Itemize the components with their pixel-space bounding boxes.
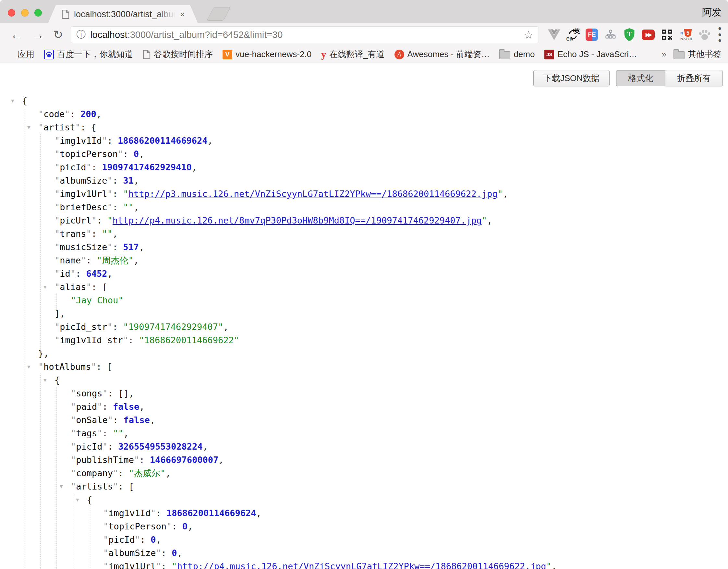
json-punctuation: : xyxy=(113,176,123,186)
close-window-icon[interactable] xyxy=(8,9,15,17)
json-punctuation: : xyxy=(161,561,172,569)
json-punctuation: : xyxy=(91,162,102,172)
json-key-quote: " xyxy=(107,202,113,212)
json-key: code xyxy=(43,109,65,119)
bookmark-label: 谷歌按时间排序 xyxy=(154,49,213,60)
bookmark-other-bookmarks[interactable]: 其他书签 xyxy=(673,49,722,60)
json-punctuation: : xyxy=(108,388,118,398)
json-punctuation: [ xyxy=(102,282,107,292)
collapse-triangle-icon[interactable]: ▼ xyxy=(60,480,63,493)
bookmark-item[interactable]: 百度一下，你就知道 xyxy=(44,49,133,60)
json-number-value: 1466697600007 xyxy=(150,455,218,465)
json-punctuation: , xyxy=(177,548,182,558)
collapse-triangle-icon[interactable]: ▼ xyxy=(76,493,79,506)
json-line: "img1v1Id": 18686200114669624, xyxy=(0,134,728,147)
json-punctuation: , xyxy=(202,442,208,452)
vue-devtools-icon[interactable] xyxy=(547,28,561,42)
collapse-triangle-icon[interactable]: ▼ xyxy=(27,121,30,134)
json-boolean-value: false xyxy=(113,402,139,412)
profile-name[interactable]: 阿发 xyxy=(702,6,722,19)
reload-button[interactable]: ↻ xyxy=(53,29,63,41)
json-punctuation: : xyxy=(80,122,91,132)
json-punctuation: , xyxy=(188,521,193,531)
json-key: paid xyxy=(76,402,97,412)
json-line: ], xyxy=(0,307,728,320)
bookmarks-overflow-chevron-icon[interactable]: » xyxy=(662,49,666,59)
back-button[interactable]: ← xyxy=(10,29,23,41)
json-punctuation: [ xyxy=(107,362,112,372)
translate-icon[interactable]: 英en xyxy=(566,28,580,42)
json-key: picId_str xyxy=(60,322,107,332)
json-punctuation: : xyxy=(156,508,167,518)
json-key: songs xyxy=(76,388,102,398)
paw-icon[interactable] xyxy=(698,28,712,42)
json-link-value[interactable]: http://p4.music.126.net/VnZiScyynLG7atLI… xyxy=(177,561,546,569)
json-key-quote: " xyxy=(108,415,113,425)
json-punctuation: , xyxy=(139,149,144,159)
sitemap-icon[interactable] xyxy=(603,28,618,42)
bookmark-items: 百度一下，你就知道谷歌按时间排序Vvue-hackernews-2.0y在线翻译… xyxy=(44,49,647,60)
bookmark-item[interactable]: y在线翻译_有道 xyxy=(321,49,384,60)
json-punctuation: , xyxy=(256,508,261,518)
forward-button[interactable]: → xyxy=(32,29,44,41)
browser-menu-icon[interactable]: ••• xyxy=(718,26,722,44)
json-punctuation: : xyxy=(118,481,129,491)
json-line: ▼"alias": [ xyxy=(0,280,728,294)
json-key-quote: " xyxy=(118,149,123,159)
json-punctuation: : xyxy=(113,242,123,252)
json-empty-string-value: "" xyxy=(123,202,134,212)
baidu-paw-icon xyxy=(44,50,54,59)
json-punctuation: , xyxy=(134,202,139,212)
address-bar[interactable]: ⓘ localhost :3000/artist_album?id=6452&l… xyxy=(71,26,539,43)
json-boolean-value: false xyxy=(124,415,150,425)
json-key-quote: " xyxy=(70,269,76,279)
json-line: ▼{ xyxy=(0,493,728,506)
bookmark-item[interactable]: demo xyxy=(499,49,535,59)
browser-tab[interactable]: localhost:3000/artist_album?id × xyxy=(48,5,198,23)
json-number-value: 19097417462929410 xyxy=(102,162,191,172)
tampermonkey-icon[interactable]: T xyxy=(622,28,637,42)
bookmark-item[interactable]: 谷歌按时间排序 xyxy=(143,49,213,60)
tab-close-icon[interactable]: × xyxy=(180,10,185,18)
json-punctuation: [], xyxy=(118,388,134,398)
bookmark-apps[interactable]: 应用 xyxy=(6,49,34,60)
json-line: "img1v1Id": 18686200114669624, xyxy=(0,506,728,520)
json-key-quote: " xyxy=(166,521,172,531)
json-key-quote: " xyxy=(55,255,60,265)
collapse-triangle-icon[interactable]: ▼ xyxy=(11,94,14,107)
json-key-quote: " xyxy=(151,508,156,518)
qr-code-icon[interactable] xyxy=(660,28,674,42)
json-link-value[interactable]: http://p4.music.126.net/8mv7qP30Pd3oHW8b… xyxy=(113,215,482,225)
bookmark-item[interactable]: AAwesomes - 前端资… xyxy=(394,49,490,60)
json-link-value[interactable]: http://p3.music.126.net/VnZiScyynLG7atLI… xyxy=(128,189,498,199)
bookmark-star-icon[interactable]: ☆ xyxy=(524,28,533,41)
json-string-quote: " xyxy=(546,561,552,569)
json-punctuation: , xyxy=(156,535,161,545)
json-number-value: 6452 xyxy=(86,269,107,279)
new-tab-button[interactable] xyxy=(207,7,231,21)
video-downloader-icon[interactable]: ▶▶ xyxy=(641,28,655,42)
json-punctuation: : xyxy=(113,322,123,332)
html5-player-icon[interactable]: ≋5PLAYER xyxy=(679,28,693,42)
json-number-value: 31 xyxy=(123,176,134,186)
json-line: "trans": "", xyxy=(0,227,728,240)
fullscreen-window-icon[interactable] xyxy=(34,9,42,17)
minimize-window-icon[interactable] xyxy=(21,9,29,17)
json-line: "picId": 3265549553028224, xyxy=(0,440,728,453)
fe-icon[interactable]: FE xyxy=(585,28,599,42)
bookmark-label: 其他书签 xyxy=(688,49,722,60)
bookmark-item[interactable]: JSEcho JS - JavaScri… xyxy=(544,49,637,59)
json-punctuation: , xyxy=(139,402,144,412)
page-info-icon[interactable]: ⓘ xyxy=(76,28,86,41)
collapse-triangle-icon[interactable]: ▼ xyxy=(43,373,47,387)
bookmark-item[interactable]: Vvue-hackernews-2.0 xyxy=(223,49,311,59)
json-line: ▼"artists": [ xyxy=(0,480,728,493)
json-line: "musicSize": 517, xyxy=(0,240,728,254)
json-punctuation: , xyxy=(150,415,155,425)
json-key: company xyxy=(76,468,113,478)
collapse-triangle-icon[interactable]: ▼ xyxy=(43,280,47,294)
json-line: "albumSize": 0, xyxy=(0,546,728,560)
collapse-triangle-icon[interactable]: ▼ xyxy=(27,360,30,373)
json-line: ▼{ xyxy=(0,94,728,107)
bookmark-label: 在线翻译_有道 xyxy=(329,49,384,60)
